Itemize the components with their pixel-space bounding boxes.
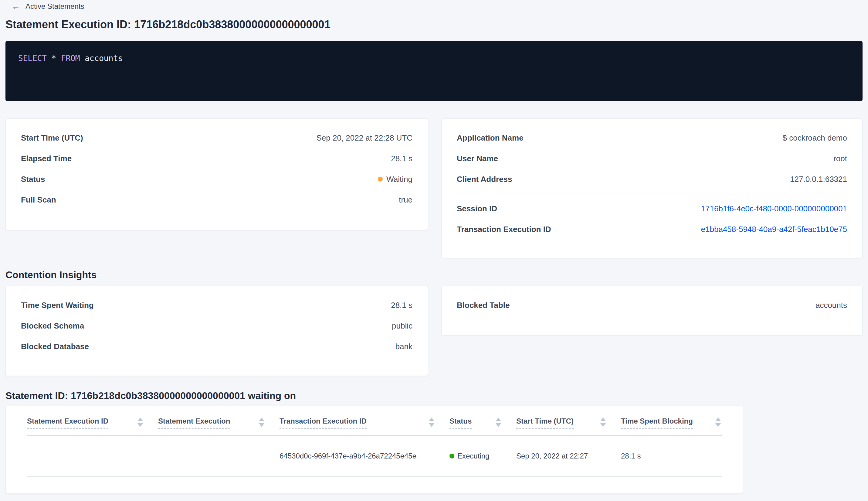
client-address-value: 127.0.0.1:63321 — [790, 174, 847, 184]
cell-status: Executing — [449, 435, 516, 477]
status-waiting-text: Waiting — [386, 174, 412, 184]
elapsed-time-value: 28.1 s — [391, 154, 412, 163]
user-name-value: root — [833, 154, 847, 163]
status-value: Waiting — [378, 174, 412, 184]
status-row: Status Waiting — [21, 174, 412, 184]
full-scan-value: true — [399, 195, 412, 205]
column-label: Time Spent Blocking — [621, 417, 693, 429]
overview-card: Start Time (UTC) Sep 20, 2022 at 22:28 U… — [6, 118, 428, 230]
sort-icon[interactable] — [600, 417, 606, 427]
sort-icon[interactable] — [429, 417, 434, 427]
page-title: Statement Execution ID: 1716b218dc0b3838… — [6, 18, 862, 32]
sql-table-name: accounts — [85, 54, 123, 63]
back-arrow-icon: ← — [12, 2, 20, 11]
blocked-table-value: accounts — [815, 301, 847, 310]
sort-icon[interactable] — [715, 417, 721, 427]
session-card: Application Name $ cockroach demo User N… — [441, 118, 862, 258]
blocked-database-value: bank — [395, 342, 412, 351]
column-label: Status — [449, 417, 471, 429]
column-header-status: Status — [449, 406, 516, 435]
blocked-schema-value: public — [392, 321, 412, 331]
column-header-time-spent-blocking: Time Spent Blocking — [621, 406, 722, 435]
session-id-link[interactable]: 1716b1f6-4e0c-f480-0000-000000000001 — [701, 204, 847, 213]
table-row: 64530d0c-969f-437e-a9b4-26a72245e45e Exe… — [27, 435, 722, 477]
full-scan-label: Full Scan — [21, 195, 56, 205]
time-spent-waiting-row: Time Spent Waiting 28.1 s — [21, 300, 412, 310]
waiting-on-table: Statement Execution ID Statement Executi… — [27, 406, 722, 477]
back-link-label: Active Statements — [25, 2, 84, 11]
table-header-row: Statement Execution ID Statement Executi… — [27, 406, 722, 435]
start-time-label: Start Time (UTC) — [21, 133, 83, 143]
column-header-start-time: Start Time (UTC) — [516, 406, 621, 435]
sort-icon[interactable] — [496, 417, 501, 427]
contention-cards-row: Time Spent Waiting 28.1 s Blocked Schema… — [6, 286, 862, 376]
waiting-on-table-card: Statement Execution ID Statement Executi… — [6, 406, 743, 494]
statement-execution-page: ← Active Statements Statement Execution … — [0, 0, 868, 494]
contention-waiting-card: Time Spent Waiting 28.1 s Blocked Schema… — [6, 286, 428, 376]
user-name-row: User Name root — [457, 153, 847, 164]
sort-statement-execution[interactable]: Statement Execution — [158, 417, 280, 429]
client-address-label: Client Address — [457, 174, 512, 184]
sort-start-time[interactable]: Start Time (UTC) — [516, 417, 621, 429]
sort-transaction-execution-id[interactable]: Transaction Execution ID — [280, 417, 449, 429]
elapsed-time-row: Elapsed Time 28.1 s — [21, 153, 412, 164]
blocked-database-row: Blocked Database bank — [21, 341, 412, 352]
elapsed-time-label: Elapsed Time — [21, 154, 72, 163]
contention-insights-heading: Contention Insights — [6, 268, 862, 281]
time-spent-waiting-label: Time Spent Waiting — [21, 301, 94, 310]
blocked-schema-label: Blocked Schema — [21, 321, 84, 331]
application-name-label: Application Name — [457, 133, 523, 143]
column-label: Statement Execution ID — [27, 417, 108, 429]
client-address-row: Client Address 127.0.0.1:63321 — [457, 174, 847, 184]
column-label: Transaction Execution ID — [280, 417, 367, 429]
column-label: Statement Execution — [158, 417, 230, 429]
blocked-schema-row: Blocked Schema public — [21, 321, 412, 331]
application-name-value: $ cockroach demo — [783, 133, 847, 143]
session-id-label: Session ID — [457, 204, 497, 213]
cell-time-spent-blocking: 28.1 s — [621, 435, 722, 477]
session-card-divider — [457, 195, 847, 195]
blocked-table-row: Blocked Table accounts — [457, 300, 847, 310]
column-label: Start Time (UTC) — [516, 417, 574, 429]
transaction-execution-id-label: Transaction Execution ID — [457, 225, 551, 234]
start-time-value: Sep 20, 2022 at 22:28 UTC — [316, 133, 412, 143]
status-label: Status — [21, 174, 45, 184]
status-executing-dot-icon — [449, 454, 454, 458]
column-header-statement-execution-id: Statement Execution ID — [27, 406, 158, 435]
blocked-table-card: Blocked Table accounts — [441, 286, 862, 335]
status-executing-text: Executing — [457, 452, 489, 460]
sql-keyword-select: SELECT — [18, 54, 47, 63]
cell-transaction-execution-id: 64530d0c-969f-437e-a9b4-26a72245e45e — [280, 435, 449, 477]
sort-statement-execution-id[interactable]: Statement Execution ID — [27, 417, 158, 429]
full-scan-row: Full Scan true — [21, 195, 412, 205]
sql-statement-box: SELECT * FROM accounts — [6, 41, 862, 101]
blocked-database-label: Blocked Database — [21, 342, 89, 351]
column-header-statement-execution: Statement Execution — [158, 406, 280, 435]
overview-cards-row: Start Time (UTC) Sep 20, 2022 at 22:28 U… — [6, 118, 862, 258]
start-time-row: Start Time (UTC) Sep 20, 2022 at 22:28 U… — [21, 133, 412, 143]
sort-time-spent-blocking[interactable]: Time Spent Blocking — [621, 417, 722, 429]
column-header-transaction-execution-id: Transaction Execution ID — [280, 406, 449, 435]
sql-star: * — [52, 54, 56, 63]
sort-icon[interactable] — [259, 417, 264, 427]
blocked-table-label: Blocked Table — [457, 301, 510, 310]
cell-statement-execution-id — [27, 435, 158, 477]
sql-keyword-from: FROM — [61, 54, 80, 63]
session-id-row: Session ID 1716b1f6-4e0c-f480-0000-00000… — [457, 203, 847, 214]
transaction-execution-id-row: Transaction Execution ID e1bba458-5948-4… — [457, 224, 847, 234]
application-name-row: Application Name $ cockroach demo — [457, 133, 847, 143]
status-waiting-dot-icon — [378, 177, 383, 182]
sort-icon[interactable] — [138, 417, 143, 427]
time-spent-waiting-value: 28.1 s — [391, 301, 412, 310]
cell-start-time: Sep 20, 2022 at 22:27 — [516, 435, 621, 477]
sort-status[interactable]: Status — [449, 417, 516, 429]
back-link[interactable]: ← Active Statements — [6, 0, 84, 11]
transaction-execution-id-link[interactable]: e1bba458-5948-40a9-a42f-5feac1b10e75 — [701, 225, 847, 234]
cell-statement-execution — [158, 435, 280, 477]
user-name-label: User Name — [457, 154, 498, 163]
waiting-on-heading: Statement ID: 1716b218dc0b38380000000000… — [6, 389, 862, 402]
